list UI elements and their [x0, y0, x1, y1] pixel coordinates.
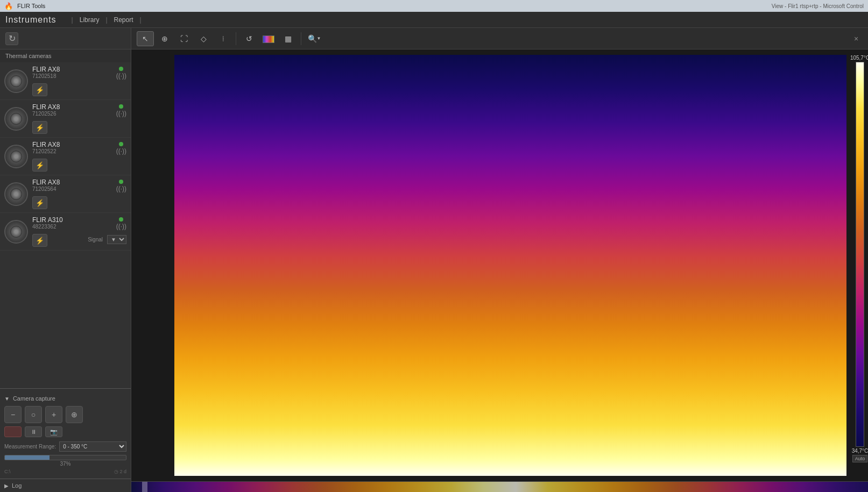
camera-controls-5: ⚡ Signal ▼ [32, 232, 126, 247]
capture-section: ▼ Camera capture − ○ + ⊕ [0, 388, 131, 479]
camera-thumb-3 [4, 145, 28, 168]
scale-auto-button[interactable]: Auto [852, 455, 868, 462]
refresh-tool-button[interactable]: ↺ [241, 31, 258, 46]
line-tool-button[interactable]: ⟋ [214, 31, 231, 46]
camera-flash-btn-5[interactable]: ⚡ [32, 234, 47, 247]
camera-controls-1: ⚡ [32, 81, 126, 96]
sidebar-top-bar: ↻ [0, 28, 131, 49]
refresh-button[interactable]: ↻ [5, 32, 18, 45]
wifi-icon-4: ((·)) [116, 185, 126, 192]
refresh-tool-icon: ↺ [246, 34, 252, 43]
timeline[interactable] [131, 481, 868, 492]
camera-name-4: FLIR AX8 [32, 179, 126, 186]
path-label: C:\ [4, 469, 11, 474]
measurement-range-row: Measurement Range: 0 - 350 °C -20 - 120 … [4, 441, 126, 452]
camera-item-5[interactable]: FLIR A310 48223362 ⚡ Signal ▼ ((·)) [0, 213, 131, 251]
menu-item-library[interactable]: Library [77, 15, 102, 25]
capture-arrow-icon: ▼ [4, 396, 10, 402]
log-arrow-icon: ▶ [4, 483, 9, 489]
palette-tool-button[interactable] [260, 31, 277, 46]
duration-label: ◷ 2 d [114, 469, 126, 474]
camera-item-1[interactable]: FLIR AX8 71202518 ⚡ ((·)) [0, 62, 131, 100]
signal-select-5[interactable]: ▼ [107, 235, 126, 244]
camera-item-2[interactable]: FLIR AX8 71202526 ⚡ ((·)) [0, 100, 131, 138]
camera-item-4[interactable]: FLIR AX8 71202564 ⚡ ((·)) [0, 175, 131, 213]
camera-name-5: FLIR A310 [32, 216, 126, 224]
signal-label-5: Signal [88, 237, 103, 243]
camera-thumb-2 [4, 107, 28, 131]
flash-icon-1: ⚡ [36, 86, 44, 94]
scale-temp-low: 34,7°C [852, 448, 868, 454]
camera-name-2: FLIR AX8 [32, 103, 126, 111]
progress-bar-container: 37% [4, 455, 126, 467]
fullscreen-icon: ⛶ [180, 34, 188, 43]
log-title: Log [12, 482, 22, 489]
camera-id-5: 48223362 [32, 224, 126, 230]
log-section: ▶ Log [0, 479, 131, 492]
camera-signal-4: ((·)) [116, 180, 126, 192]
menu-sep-3: | [140, 16, 142, 24]
cursor-tool-button[interactable]: ↖ [137, 31, 154, 46]
layers-icon: ▦ [285, 34, 292, 43]
search-tool-button[interactable]: 🔍 ▼ [306, 31, 323, 46]
flash-icon-5: ⚡ [36, 237, 44, 245]
camera-info-3: FLIR AX8 71202522 ⚡ [32, 141, 126, 172]
diamond-tool-button[interactable]: ◇ [195, 31, 212, 46]
close-button[interactable]: × [850, 32, 863, 45]
titlebar: 🔥 FLIR Tools View - Flir1 rtsp+rtp - Mic… [0, 0, 868, 12]
search-icon: 🔍 [308, 34, 317, 43]
snapshot-button[interactable]: 📷 [45, 426, 62, 437]
focus-plus-button[interactable]: + [45, 406, 62, 423]
signal-dot-5 [119, 217, 123, 222]
focus-auto-button[interactable]: ○ [25, 406, 42, 423]
camera-info-5: FLIR A310 48223362 ⚡ Signal ▼ [32, 216, 126, 247]
palette-icon [263, 34, 274, 42]
close-icon: × [854, 34, 858, 43]
line-icon: ⟋ [217, 33, 228, 44]
thermal-image [174, 55, 846, 476]
capture-buttons-row1: − ○ + ⊕ [4, 406, 126, 423]
log-header[interactable]: ▶ Log [4, 482, 126, 489]
layers-tool-button[interactable]: ▦ [279, 31, 297, 46]
menu-item-report[interactable]: Report [112, 15, 136, 25]
title-text: FLIR Tools [17, 3, 45, 9]
scale-bar [856, 62, 864, 447]
pause-icon: ⏸ [31, 429, 37, 435]
camera-item-3[interactable]: FLIR AX8 71202522 ⚡ ((·)) [0, 138, 131, 175]
camera-flash-btn-1[interactable]: ⚡ [32, 83, 47, 96]
camera-flash-btn-2[interactable]: ⚡ [32, 121, 47, 134]
record-button[interactable] [4, 426, 22, 437]
camera-info-1: FLIR AX8 71202518 ⚡ [32, 66, 126, 96]
capture-header[interactable]: ▼ Camera capture [4, 393, 126, 406]
fullscreen-tool-button[interactable]: ⛶ [175, 31, 193, 46]
camera-info-2: FLIR AX8 71202526 ⚡ [32, 103, 126, 134]
search-dropdown-icon: ▼ [317, 36, 321, 41]
main-layout: ↻ Thermal cameras FLIR AX8 71202518 ⚡ [0, 28, 868, 492]
measurement-range-select[interactable]: 0 - 350 °C -20 - 120 °C [59, 441, 126, 452]
crosshair-add-button[interactable]: ⊕ [66, 406, 83, 423]
camera-controls-4: ⚡ [32, 194, 126, 209]
crosshair-tool-button[interactable]: ⊕ [156, 31, 173, 46]
wifi-icon-3: ((·)) [116, 147, 126, 155]
camera-name-3: FLIR AX8 [32, 141, 126, 148]
focus-minus-button[interactable]: − [4, 406, 22, 423]
camera-flash-btn-3[interactable]: ⚡ [32, 159, 47, 172]
progress-label: 37% [4, 461, 126, 467]
content-area: ↖ ⊕ ⛶ ◇ ⟋ ↺ ▦ [131, 28, 868, 492]
camera-controls-3: ⚡ [32, 156, 126, 172]
cameras-section-title: Thermal cameras [0, 49, 131, 62]
app-title: Instruments [5, 15, 57, 25]
camera-flash-btn-4[interactable]: ⚡ [32, 196, 47, 209]
crosshair-icon: ⊕ [161, 34, 168, 43]
menubar: Instruments | Library | Report | [0, 12, 868, 28]
camera-thumb-1 [4, 69, 28, 93]
menu-sep-1: | [72, 16, 73, 24]
timeline-thumb[interactable] [142, 482, 147, 493]
pause-button[interactable]: ⏸ [25, 426, 42, 437]
progress-bar-fill [5, 455, 50, 460]
camera-id-3: 71202522 [32, 148, 126, 154]
flash-icon-3: ⚡ [36, 161, 44, 169]
timeline-gradient [131, 482, 868, 492]
progress-bar-bg [4, 455, 126, 460]
wifi-icon-2: ((·)) [116, 110, 126, 117]
